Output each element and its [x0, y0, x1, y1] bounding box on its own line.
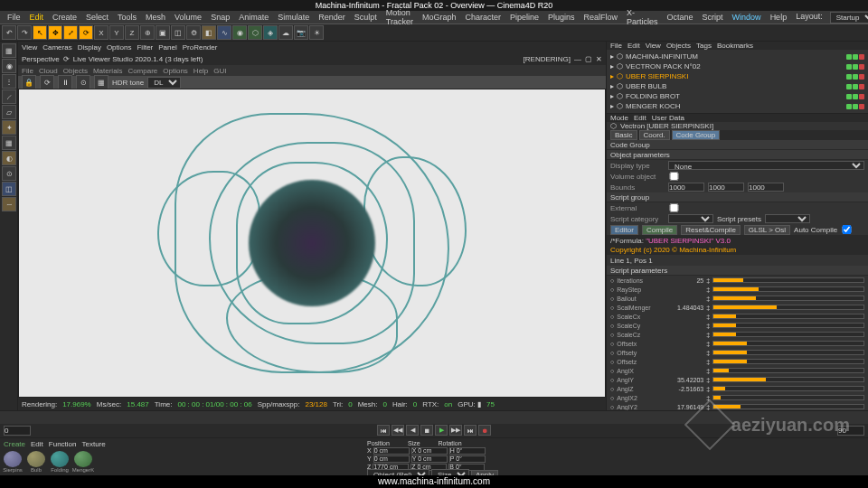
param-slider[interactable] — [712, 332, 864, 337]
minimize-icon[interactable]: — — [574, 55, 581, 63]
redo-button[interactable]: ↷ — [17, 25, 32, 40]
attr-userdata[interactable]: User Data — [652, 114, 684, 122]
mat-texture[interactable]: Texture — [82, 440, 106, 448]
hdr-pause-icon[interactable]: ⏸ — [58, 75, 72, 89]
script-preset-select[interactable] — [765, 214, 810, 223]
tab-basic[interactable]: Basic — [610, 130, 637, 140]
z-axis-button[interactable]: Z — [125, 25, 139, 40]
vp-sub-help[interactable]: Help — [193, 67, 208, 75]
param-slider[interactable] — [712, 296, 864, 301]
record-button[interactable]: ⏺ — [478, 425, 491, 436]
script-cat-select[interactable] — [668, 214, 713, 223]
attr-edit[interactable]: Edit — [634, 114, 646, 122]
model-mode[interactable]: ▦ — [2, 43, 16, 58]
generator-button[interactable]: ⬡ — [248, 25, 262, 40]
light-button[interactable]: ☀ — [309, 25, 324, 40]
mat-create[interactable]: Create — [4, 440, 25, 448]
menu-xparticles[interactable]: X-Particles — [623, 8, 662, 26]
menu-octane[interactable]: Octane — [664, 13, 697, 22]
edge-mode[interactable]: ⟋ — [2, 89, 16, 104]
mat-edit[interactable]: Edit — [31, 440, 43, 448]
y-axis-button[interactable]: Y — [109, 25, 124, 40]
bounds-x[interactable] — [668, 183, 704, 192]
x-axis-button[interactable]: X — [94, 25, 108, 40]
hdr-refresh-icon[interactable]: ⟳ — [40, 75, 54, 89]
move-tool[interactable]: ✥ — [48, 25, 62, 40]
layout-select[interactable]: Startup — [830, 12, 868, 23]
om-file[interactable]: File — [610, 42, 622, 50]
display-type-select[interactable]: None — [668, 161, 864, 170]
stepper-icon[interactable]: ‡ — [706, 350, 710, 356]
material-preview[interactable]: Folding — [49, 451, 71, 473]
menu-file[interactable]: File — [4, 13, 24, 22]
vp-sub-cloud[interactable]: Cloud — [39, 67, 58, 75]
pos-input[interactable] — [373, 447, 410, 455]
param-slider[interactable] — [712, 341, 864, 346]
vp-tab-display[interactable]: Display — [78, 43, 101, 52]
expand-icon[interactable]: ▸ — [610, 72, 614, 80]
obj-params-head[interactable]: Object parameters — [607, 150, 868, 160]
hdr-focus-icon[interactable]: ⊙ — [76, 75, 90, 89]
expand-icon[interactable]: ▸ — [610, 52, 614, 61]
object-row[interactable]: ▸⬡MACHINA-INFINITUM — [610, 52, 864, 61]
param-value[interactable]: -2.51663 — [669, 386, 703, 392]
cube-primitive[interactable]: ◧ — [202, 25, 216, 40]
expand-icon[interactable]: ▸ — [610, 62, 614, 70]
menu-animate[interactable]: Animate — [235, 13, 272, 22]
param-slider[interactable] — [712, 314, 864, 319]
param-slider[interactable] — [712, 350, 864, 355]
rot-input[interactable] — [449, 455, 486, 463]
goto-start-button[interactable]: ⏮ — [377, 425, 390, 436]
menu-motiontracker[interactable]: Motion Tracker — [382, 8, 417, 26]
compile-button[interactable]: Compile — [642, 225, 677, 235]
viewport-render[interactable] — [18, 89, 606, 398]
bounds-y[interactable] — [708, 183, 744, 192]
stepper-icon[interactable]: ‡ — [706, 296, 710, 302]
param-slider[interactable] — [712, 386, 864, 391]
bounds-z[interactable] — [748, 183, 784, 192]
render-region-button[interactable]: ◫ — [171, 25, 185, 40]
rot-input[interactable] — [449, 447, 486, 455]
point-mode[interactable]: ⋮ — [2, 74, 16, 89]
menu-window[interactable]: Window — [729, 13, 765, 22]
param-slider[interactable] — [712, 395, 864, 400]
undo-button[interactable]: ↶ — [2, 25, 16, 40]
stepper-icon[interactable]: ‡ — [706, 377, 710, 383]
camera-button[interactable]: 📷 — [294, 25, 308, 40]
select-tool[interactable]: ↖ — [33, 25, 47, 40]
size-input[interactable] — [411, 455, 448, 463]
axis-mode[interactable]: ✦ — [2, 120, 16, 135]
param-value[interactable]: 35.42203 — [669, 377, 703, 383]
tab-codegroup[interactable]: Code Group — [672, 130, 721, 140]
code-group-head[interactable]: Code Group — [607, 140, 868, 150]
workplane-mode[interactable]: ◫ — [2, 182, 16, 196]
next-key-button[interactable]: ⏭ — [464, 425, 476, 436]
maximize-icon[interactable]: ▢ — [585, 55, 592, 63]
object-row[interactable]: ▸⬡VECTRON PACK N°02 — [610, 61, 864, 71]
prev-frame-button[interactable]: ◀ — [406, 425, 419, 436]
param-value[interactable]: 1.484043 — [669, 305, 703, 311]
object-row[interactable]: ▸⬡MENGER KOCH — [610, 101, 864, 111]
spline-primitive[interactable]: ∿ — [217, 25, 231, 40]
om-edit[interactable]: Edit — [627, 42, 640, 50]
nurbs-primitive[interactable]: ◉ — [232, 25, 247, 40]
expand-icon[interactable]: ▸ — [610, 82, 614, 90]
external-check[interactable] — [668, 203, 680, 212]
play-button[interactable]: ▶ — [435, 425, 448, 436]
menu-help[interactable]: Help — [767, 13, 791, 22]
menu-script[interactable]: Script — [699, 13, 727, 22]
stop-button[interactable]: ⏹ — [420, 425, 433, 436]
stepper-icon[interactable]: ‡ — [706, 314, 710, 320]
glsl-osl-button[interactable]: GLSL > Osl — [744, 225, 790, 235]
param-slider[interactable] — [712, 368, 864, 373]
frame-start[interactable] — [4, 426, 31, 436]
om-view[interactable]: View — [646, 42, 661, 50]
menu-mesh[interactable]: Mesh — [142, 13, 169, 22]
menu-sculpt[interactable]: Sculpt — [351, 13, 381, 22]
param-slider[interactable] — [712, 277, 864, 283]
stepper-icon[interactable]: ‡ — [706, 277, 710, 284]
script-editor[interactable]: /*Formula: "UBER SIERPINSKI" V3.0 Copyri… — [607, 235, 868, 255]
tweak-mode[interactable]: ◐ — [2, 151, 16, 165]
attr-mode[interactable]: Mode — [610, 114, 628, 122]
deformer-button[interactable]: ◈ — [263, 25, 278, 40]
